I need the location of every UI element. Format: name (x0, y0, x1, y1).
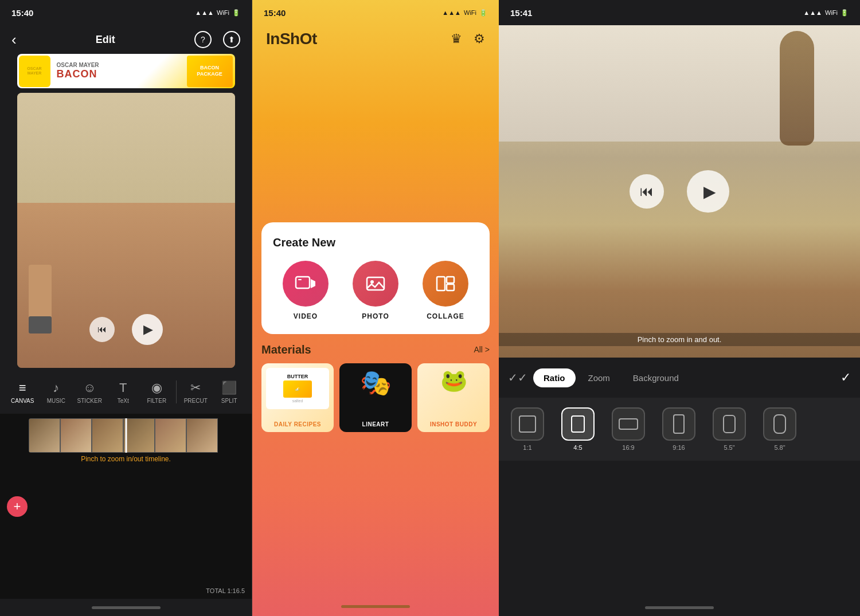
zoom-tab[interactable]: Zoom (578, 368, 620, 387)
ratio-icon-16x9 (612, 407, 645, 441)
status-icons-center: ▲▲▲ WiFi 🔋 (442, 9, 487, 17)
materials-header: Materials All > (261, 343, 490, 356)
create-option-photo[interactable]: PHOTO (353, 261, 398, 320)
double-check-icon[interactable]: ✓✓ (508, 371, 527, 384)
toolbar-item-split[interactable]: ⬛ SPLIT (215, 380, 244, 404)
panel-left: 15:40 ▲▲▲ WiFi 🔋 ‹ Edit ? ⬆ OSCARMAYER O… (0, 0, 252, 616)
ad-main-text: BACON (57, 68, 182, 80)
ratio-label-1x1: 1:1 (523, 444, 531, 451)
signal-icon-right: ▲▲▲ (803, 9, 822, 16)
materials-section: Materials All > BUTTER 🧈 salted DAILY RE… (252, 343, 499, 441)
ratio-option-1x1[interactable]: 1:1 (505, 407, 550, 451)
home-indicator-center (252, 597, 499, 616)
create-option-video[interactable]: VIDEO (283, 261, 329, 320)
ad-product-image: BACONPACKAGE (187, 56, 233, 87)
add-media-button[interactable]: + (7, 496, 28, 517)
material-inshot-buddy[interactable]: 🐸 INSHOT BUDDY (417, 363, 490, 432)
ratio-tab-label: Ratio (544, 373, 565, 383)
collage-circle (423, 261, 468, 307)
sticker-icon: ☺ (83, 380, 96, 395)
toolbar-item-text[interactable]: T TeXt (109, 380, 138, 404)
signal-icon-left: ▲▲▲ (195, 9, 214, 16)
ratio-option-4x5[interactable]: 4:5 (555, 407, 601, 451)
toolbar-divider (176, 380, 177, 403)
canvas-icon: ≡ (19, 380, 26, 395)
daily-recipes-label: DAILY RECIPES (261, 421, 334, 427)
split-label: SPLIT (221, 398, 237, 404)
ratio-option-9x16[interactable]: 9:16 (656, 407, 702, 451)
ratio-shape-9x16 (673, 414, 685, 434)
ratio-shape-1x1 (519, 415, 536, 433)
p3-play-controls: ⏮ ▶ (630, 170, 729, 213)
p3-controls-bar: ✓✓ Ratio Zoom Background ✓ (499, 358, 860, 398)
ad-banner[interactable]: OSCARMAYER OSCAR MAYER BACON BACONPACKAG… (17, 54, 235, 88)
create-option-collage[interactable]: COLLAGE (423, 261, 468, 320)
toolbar-item-filter[interactable]: ◉ FILTER (142, 380, 171, 404)
ratio-tab[interactable]: Ratio (533, 368, 576, 387)
help-button[interactable]: ? (194, 31, 212, 48)
rewind-button-left[interactable]: ⏮ (89, 317, 115, 342)
guitar-silhouette (780, 31, 814, 146)
status-icons-right: ▲▲▲ WiFi 🔋 (803, 9, 849, 17)
play-button-left[interactable]: ▶ (132, 314, 163, 345)
precut-icon: ✂ (190, 380, 201, 395)
crown-icon[interactable]: ♛ (451, 32, 462, 46)
confirm-icon[interactable]: ✓ (841, 370, 851, 385)
ad-brand-text: OSCAR MAYER (57, 62, 182, 68)
svg-point-4 (370, 280, 374, 284)
ratio-option-5p5[interactable]: 5.5" (706, 407, 752, 451)
status-time-left: 15:40 (11, 8, 33, 18)
inshot-logo: InShOt (266, 30, 317, 48)
timeline-strip[interactable] (29, 418, 223, 453)
sticker-label: STICKER (77, 398, 102, 404)
material-lineart[interactable]: 🎭 LINEART (339, 363, 412, 432)
play-icon-left: ▶ (143, 322, 153, 337)
p3-video-area[interactable]: ⏮ ▶ Pinch to zoom in and out. (499, 25, 860, 358)
battery-icon-right: 🔋 (841, 9, 849, 17)
home-indicator-left (0, 599, 252, 616)
ratio-label-4x5: 4:5 (573, 444, 582, 451)
p1-header: ‹ Edit ? ⬆ (0, 25, 252, 54)
status-bar-right: 15:41 ▲▲▲ WiFi 🔋 (499, 0, 860, 25)
material-daily-recipes[interactable]: BUTTER 🧈 salted DAILY RECIPES (261, 363, 334, 432)
p1-header-icons: ? ⬆ (194, 31, 240, 48)
ratio-icon-5p8 (763, 407, 796, 441)
svg-marker-1 (311, 279, 315, 288)
share-button[interactable]: ⬆ (223, 31, 240, 48)
play-button-right[interactable]: ▶ (687, 170, 729, 213)
photo-label: PHOTO (362, 312, 389, 320)
collage-label: COLLAGE (427, 312, 464, 320)
p1-timeline[interactable]: + Pinch to zoom in/out timeline. TOTAL 1… (0, 414, 252, 599)
p3-ratio-scroll[interactable]: 1:1 4:5 16:9 9:16 5.5" (499, 398, 860, 461)
ratio-shape-5p5 (723, 415, 736, 433)
status-bar-center: 15:40 ▲▲▲ WiFi 🔋 (252, 0, 499, 25)
buddy-icon: 🐸 (417, 368, 490, 393)
wifi-icon-right: WiFi (825, 9, 838, 16)
svg-rect-3 (367, 277, 384, 290)
photo-icon (365, 274, 386, 293)
toolbar-item-music[interactable]: ♪ MUSIC (42, 380, 71, 404)
ratio-label-9x16: 9:16 (673, 444, 685, 451)
text-icon: T (119, 380, 127, 395)
rewind-icon-right: ⏮ (640, 183, 654, 199)
collage-icon (435, 274, 456, 293)
back-button-left[interactable]: ‹ (11, 31, 17, 49)
ratio-label-5p8: 5.8" (774, 444, 785, 451)
rewind-button-right[interactable]: ⏮ (630, 174, 664, 209)
toolbar-item-sticker[interactable]: ☺ STICKER (75, 380, 104, 404)
timeline-thumb-4 (123, 418, 155, 453)
background-tab[interactable]: Background (623, 368, 689, 387)
gear-icon[interactable]: ⚙ (474, 32, 485, 46)
video-label: VIDEO (294, 312, 318, 320)
timeline-thumb-2 (60, 418, 92, 453)
p3-bottom-space (499, 461, 860, 599)
toolbar-item-precut[interactable]: ✂ PRECUT (181, 380, 210, 404)
toolbar-item-canvas[interactable]: ≡ CANVAS (8, 380, 37, 404)
ratio-option-5p8[interactable]: 5.8" (757, 407, 803, 451)
pinch-hint-right: Pinch to zoom in and out. (499, 333, 860, 346)
materials-all-link[interactable]: All > (474, 345, 490, 354)
p1-toolbar: ≡ CANVAS ♪ MUSIC ☺ STICKER T TeXt ◉ FILT… (0, 368, 252, 414)
timeline-thumb-5 (155, 418, 186, 453)
ratio-option-16x9[interactable]: 16:9 (605, 407, 651, 451)
ratio-icon-1x1 (511, 407, 544, 441)
